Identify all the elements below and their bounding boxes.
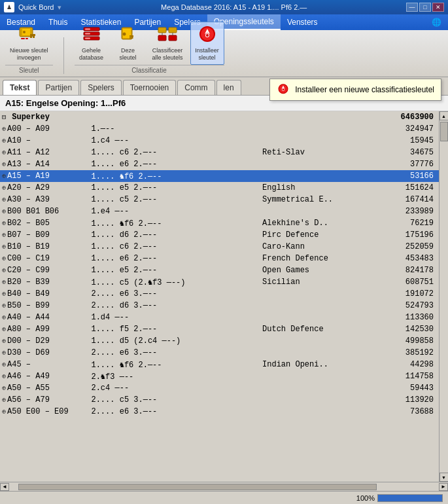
- row-expand-icon[interactable]: ⊕: [2, 149, 6, 156]
- table-row[interactable]: ⊕C00 – C191.... e6 2.—--French Defence45…: [0, 253, 439, 264]
- row-count: 73688: [379, 406, 439, 418]
- superkey-moves: [89, 111, 260, 123]
- svg-rect-20: [158, 27, 166, 33]
- row-expand-icon[interactable]: ⊕: [2, 173, 6, 180]
- table-row[interactable]: ⊕A10 –1.c4 —--15945: [0, 135, 439, 147]
- scroll-down-button[interactable]: ▼: [439, 473, 449, 482]
- row-expand-icon[interactable]: ⊕: [2, 126, 6, 133]
- expand-icon[interactable]: ⊟: [2, 114, 6, 121]
- table-row[interactable]: ⊕A45 –1.... ♞f6 2.—--Indian Openi..44298: [0, 359, 439, 370]
- row-expand-icon[interactable]: ⊕: [2, 350, 6, 357]
- table-row[interactable]: ⊕A50 – A55 2.c4 —--59443: [0, 382, 439, 394]
- row-code: ⊕A80 – A99: [0, 323, 89, 335]
- table-row[interactable]: ⊕A46 – A49 2.♞f3 —--114758: [0, 370, 439, 382]
- table-row[interactable]: ⊕B00 B01 B061.e4 —--233989: [0, 206, 439, 217]
- row-expand-icon[interactable]: ⊕: [2, 208, 6, 215]
- close-button[interactable]: ✕: [432, 3, 444, 12]
- table-row[interactable]: ⊕D30 – D69 2.... e6 3.—--385192: [0, 347, 439, 359]
- scroll-left-button[interactable]: ◄: [0, 483, 9, 491]
- table-row[interactable]: ⊕A15 – A191.... ♞f6 2.—--53166: [0, 170, 439, 182]
- row-expand-icon[interactable]: ⊕: [2, 267, 6, 274]
- row-name: Alekhine's D..: [260, 217, 379, 229]
- table-row[interactable]: ⊕D00 – D291.... d5 (2.c4 —--)499858: [0, 335, 439, 347]
- row-code: ⊕A56 – A79: [0, 394, 89, 406]
- table-row[interactable]: ⊕A56 – A792.... c5 3.—--113920: [0, 394, 439, 406]
- row-moves: 1.... f5 2.—--: [89, 323, 260, 335]
- table-row[interactable]: ⊕A50 E00 – E092.... e6 3.—--73688: [0, 406, 439, 418]
- tab-len[interactable]: len: [216, 80, 241, 95]
- tab-comm[interactable]: Comm: [177, 80, 215, 95]
- row-code: ⊕A50 – A55: [0, 382, 89, 394]
- tab-tekst[interactable]: Tekst: [3, 80, 37, 95]
- row-expand-icon[interactable]: ⊕: [2, 232, 6, 239]
- row-expand-icon[interactable]: ⊕: [2, 185, 6, 192]
- row-expand-icon[interactable]: ⊕: [2, 408, 6, 416]
- row-expand-icon[interactable]: ⊕: [2, 196, 6, 204]
- gehele-database-button[interactable]: Geheledatabase: [75, 22, 109, 65]
- row-code: ⊕B10 – B19: [0, 241, 89, 253]
- tab-spelers[interactable]: Spelers: [80, 80, 122, 95]
- row-expand-icon[interactable]: ⊕: [2, 302, 6, 310]
- scroll-thumb[interactable]: [440, 122, 448, 141]
- menu-vensters[interactable]: Vensters: [281, 14, 324, 30]
- row-expand-icon[interactable]: ⊕: [2, 397, 6, 404]
- table-row[interactable]: ⊕A00 – A091.—--324947: [0, 123, 439, 135]
- row-count: 453483: [379, 253, 439, 264]
- deze-sleutel-button[interactable]: Dezesleutel: [111, 22, 145, 65]
- row-count: 608751: [379, 276, 439, 288]
- row-name: [260, 312, 379, 323]
- row-moves: 1.... e6 2.—--: [89, 158, 260, 170]
- table-row[interactable]: ⊕A30 – A391.... c5 2.—--Symmetrical E..1…: [0, 194, 439, 206]
- horizontal-scrollbar[interactable]: ◄ ►: [0, 482, 448, 491]
- row-expand-icon[interactable]: ⊕: [2, 220, 6, 227]
- tree-scroll[interactable]: ⊟ Superkey 6463900 ⊕A00 – A091.—--324947…: [0, 111, 439, 432]
- installeer-sleutel-button[interactable]: Installeersleutel: [190, 22, 224, 65]
- classificeer-alle-button[interactable]: Classificeeralle sleutels: [148, 22, 188, 65]
- tab-toernooien[interactable]: Toernooien: [123, 80, 176, 95]
- menu-globe-icon[interactable]: 🌐: [425, 14, 448, 30]
- row-expand-icon[interactable]: ⊕: [2, 326, 6, 333]
- classificeer-alle-label: Classificeeralle sleutels: [152, 47, 183, 62]
- row-moves: 1.... ♞f6 2.—--: [89, 217, 260, 229]
- table-row[interactable]: ⊕A40 – A441.d4 —--113360: [0, 312, 439, 323]
- scroll-h-thumb[interactable]: [18, 484, 377, 490]
- progress-bar-fill: [378, 495, 442, 501]
- row-code: ⊕A40 – A44: [0, 312, 89, 323]
- toolbar-separator-1: [63, 37, 64, 74]
- row-expand-icon[interactable]: ⊕: [2, 373, 6, 380]
- status-bar: 100%: [0, 491, 448, 504]
- vertical-scrollbar[interactable]: ▲ ▼: [439, 111, 448, 482]
- table-row[interactable]: ⊕B02 – B051.... ♞f6 2.—--Alekhine's D..7…: [0, 217, 439, 229]
- maximize-button[interactable]: □: [419, 3, 431, 12]
- classificatie-group-label: Classificatie: [75, 65, 224, 74]
- svg-rect-4: [33, 34, 35, 38]
- nieuwe-sleutel-button[interactable]: Nieuwe sleutelinvoegen: [5, 22, 53, 65]
- table-row[interactable]: ⊕A11 – A121.... c6 2.—--Reti-Slav34675: [0, 147, 439, 158]
- scroll-right-button[interactable]: ►: [439, 483, 448, 491]
- superkey-row[interactable]: ⊟ Superkey 6463900: [0, 111, 439, 123]
- row-expand-icon[interactable]: ⊕: [2, 314, 6, 321]
- table-row[interactable]: ⊕A20 – A291.... e5 2.—--English151624: [0, 182, 439, 194]
- row-expand-icon[interactable]: ⊕: [2, 338, 6, 345]
- row-expand-icon[interactable]: ⊕: [2, 243, 6, 251]
- row-expand-icon[interactable]: ⊕: [2, 137, 6, 145]
- row-expand-icon[interactable]: ⊕: [2, 361, 6, 369]
- row-moves: 1.... c6 2.—--: [89, 241, 260, 253]
- table-row[interactable]: ⊕B10 – B191.... c6 2.—--Caro-Kann252059: [0, 241, 439, 253]
- row-expand-icon[interactable]: ⊕: [2, 255, 6, 262]
- table-row[interactable]: ⊕B40 – B49 2.... e6 3.—--191072: [0, 288, 439, 300]
- scroll-up-button[interactable]: ▲: [439, 111, 449, 120]
- row-count: 142530: [379, 323, 439, 335]
- table-row[interactable]: ⊕A13 – A141.... e6 2.—--37776: [0, 158, 439, 170]
- minimize-button[interactable]: —: [406, 3, 418, 12]
- row-expand-icon[interactable]: ⊕: [2, 385, 6, 392]
- table-row[interactable]: ⊕B07 – B091.... d6 2.—--Pirc Defence1751…: [0, 229, 439, 241]
- row-expand-icon[interactable]: ⊕: [2, 279, 6, 286]
- tab-partijen[interactable]: Partijen: [38, 80, 79, 95]
- table-row[interactable]: ⊕A80 – A991.... f5 2.—--Dutch Defence142…: [0, 323, 439, 335]
- table-row[interactable]: ⊕B20 – B391.... c5 (2.♞f3 —--)Sicilian60…: [0, 276, 439, 288]
- table-row[interactable]: ⊕C20 – C991.... e5 2.—--Open Games824178: [0, 264, 439, 276]
- table-row[interactable]: ⊕B50 – B99 2.... d6 3.—--524793: [0, 300, 439, 312]
- row-expand-icon[interactable]: ⊕: [2, 291, 6, 298]
- row-expand-icon[interactable]: ⊕: [2, 161, 6, 168]
